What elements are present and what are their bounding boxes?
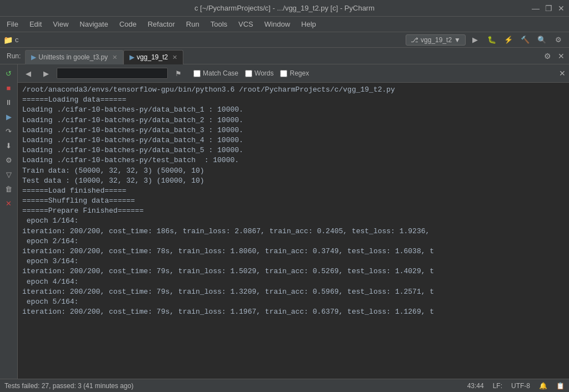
words-option[interactable]: Words (245, 69, 273, 77)
run-tab-1[interactable]: ▶ Unittests in goole_t3.py ✕ (25, 50, 123, 64)
status-left: Tests failed: 27, passed: 3 (41 minutes … (4, 382, 461, 390)
toolbar-right: ⎇ vgg_19_t2 ▼ ▶ 🐛 ⚡ 🔨 🔍 ⚙ (406, 33, 566, 47)
console-line: epoch 2/164: (22, 237, 565, 247)
pause-icon[interactable]: ⏸ (2, 96, 16, 109)
app-root: c [~/PycharmProjects/c] - .../vgg_19_t2.… (0, 0, 569, 392)
menu-item-help[interactable]: Help (297, 19, 321, 29)
menu-item-code[interactable]: Code (115, 19, 141, 29)
menu-item-vcs[interactable]: VCS (234, 19, 258, 29)
words-checkbox[interactable] (245, 70, 252, 77)
console-line: iteration: 200/200, cost_time: 79s, trai… (22, 267, 565, 277)
notifications-icon[interactable]: 🔔 (539, 382, 547, 390)
run-tab-1-close[interactable]: ✕ (112, 54, 117, 61)
run-bar: Run: ▶ Unittests in goole_t3.py ✕ ▶ vgg_… (0, 48, 569, 64)
console-line: ======Shuffling data====== (22, 196, 565, 206)
rerun-icon[interactable]: ↺ (2, 67, 16, 80)
run-toolbar-right: ⚙ ✕ (542, 51, 567, 62)
menu-item-file[interactable]: File (2, 19, 23, 29)
search-everywhere-button[interactable]: 🔍 (535, 33, 549, 47)
trash-icon[interactable]: 🗑 (2, 182, 16, 195)
console-line: epoch 5/164: (22, 297, 565, 307)
resume-icon[interactable]: ▶ (2, 110, 16, 123)
scroll-down-icon[interactable]: ⬇ (2, 139, 16, 152)
regex-option[interactable]: Regex (280, 69, 309, 77)
build-button[interactable]: 🔨 (518, 33, 532, 47)
console-line: iteration: 200/200, cost_time: 79s, trai… (22, 287, 565, 297)
menu-bar: FileEditViewNavigateCodeRefactorRunTools… (0, 17, 569, 32)
search-prev-button[interactable]: ◀ (21, 67, 36, 80)
line-ending-display: LF: (493, 382, 502, 390)
status-bar: Tests failed: 27, passed: 3 (41 minutes … (0, 379, 569, 392)
search-filter-icon[interactable]: ⚑ (171, 67, 186, 80)
project-label: 📁 c (3, 36, 19, 44)
menu-item-view[interactable]: View (48, 19, 73, 29)
console-line: epoch 3/164: (22, 257, 565, 267)
restore-button[interactable]: ❐ (545, 4, 552, 13)
console-line: Loading ./cifar-10-batches-py/test_batch… (22, 155, 565, 165)
match-case-label: Match Case (203, 69, 238, 77)
window-controls: — ❐ ✕ (532, 4, 565, 13)
encoding-display: UTF-8 (511, 382, 530, 390)
test-status-text: Tests failed: 27, passed: 3 (41 minutes … (4, 382, 133, 390)
toolbar-settings-button[interactable]: ⚙ (551, 33, 566, 47)
console-line: Test data : (10000, 32, 32, 3) (10000, 1… (22, 176, 565, 186)
console-line: /root/anaconda3/envs/tensorflow-gpu/bin/… (22, 85, 565, 95)
settings-icon[interactable]: ⚙ (2, 153, 16, 167)
title-bar: c [~/PycharmProjects/c] - .../vgg_19_t2.… (0, 0, 569, 17)
minimize-button[interactable]: — (532, 4, 540, 13)
run-button[interactable]: ▶ (468, 33, 482, 47)
run-tab-2[interactable]: ▶ vgg_19_t2 ✕ (123, 50, 183, 64)
run-tab-2-icon: ▶ (129, 53, 134, 61)
console-line: Loading ./cifar-10-batches-py/data_batch… (22, 105, 565, 115)
search-next-button[interactable]: ▶ (39, 67, 53, 80)
menu-item-run[interactable]: Run (182, 19, 204, 29)
search-input[interactable] (61, 69, 149, 77)
words-label: Words (254, 69, 273, 77)
console-line: iteration: 200/200, cost_time: 78s, trai… (22, 247, 565, 257)
match-case-checkbox[interactable] (193, 70, 201, 77)
run-label: Run: (2, 52, 25, 60)
branch-selector[interactable]: ⎇ vgg_19_t2 ▼ (406, 34, 466, 46)
run-tab-2-close[interactable]: ✕ (172, 54, 177, 61)
console-line: Train data: (50000, 32, 32, 3) (50000, 1… (22, 166, 565, 176)
console-panel: ◀ ▶ ⚑ Match Case Words (18, 64, 569, 379)
console-line: epoch 1/164: (22, 216, 565, 226)
close-button[interactable]: ✕ (558, 4, 565, 13)
console-line: Loading ./cifar-10-batches-py/data_batch… (22, 145, 565, 155)
console-line: epoch 4/164: (22, 277, 565, 287)
console-output[interactable]: /root/anaconda3/envs/tensorflow-gpu/bin/… (18, 83, 569, 379)
event-log-icon[interactable]: 📋 (556, 382, 565, 390)
console-line: ======Load finished===== (22, 186, 565, 196)
branch-dropdown-icon: ▼ (454, 36, 461, 44)
time-display: 43:44 (467, 382, 484, 390)
regex-label: Regex (290, 69, 309, 77)
menu-item-edit[interactable]: Edit (25, 19, 46, 29)
search-bar: ◀ ▶ ⚑ Match Case Words (18, 64, 569, 83)
filter-icon[interactable]: ▽ (2, 168, 16, 181)
console-line: ======Loading data====== (22, 95, 565, 105)
run-close-button[interactable]: ✕ (556, 51, 567, 62)
match-case-option[interactable]: Match Case (193, 69, 238, 77)
search-close-button[interactable]: ✕ (559, 69, 566, 78)
menu-item-navigate[interactable]: Navigate (75, 19, 112, 29)
content-area: ↺ ■ ⏸ ▶ ↷ ⬇ ⚙ ▽ 🗑 ✕ ◀ ▶ ⚑ (0, 64, 569, 379)
regex-checkbox[interactable] (280, 70, 287, 77)
console-line: iteration: 200/200, cost_time: 79s, trai… (22, 307, 565, 317)
run-settings-button[interactable]: ⚙ (542, 51, 553, 62)
run-tab-2-label: vgg_19_t2 (137, 53, 168, 61)
window-title: c [~/PycharmProjects/c] - .../vgg_19_t2.… (194, 4, 375, 12)
menu-item-window[interactable]: Window (260, 19, 295, 29)
stop-icon[interactable]: ■ (2, 81, 16, 94)
step-over-icon[interactable]: ↷ (2, 124, 16, 138)
debug-button[interactable]: 🐛 (485, 33, 499, 47)
status-right: 43:44 LF: UTF-8 🔔 📋 (467, 382, 565, 390)
coverage-button[interactable]: ⚡ (501, 33, 516, 47)
left-close-icon[interactable]: ✕ (2, 197, 16, 210)
menu-item-tools[interactable]: Tools (206, 19, 232, 29)
menu-item-refactor[interactable]: Refactor (143, 19, 179, 29)
branch-name: vgg_19_t2 (421, 36, 452, 44)
console-line: Loading ./cifar-10-batches-py/data_batch… (22, 115, 565, 125)
console-line: ======Prepare Finished====== (22, 206, 565, 216)
run-tab-1-label: Unittests in goole_t3.py (38, 53, 108, 61)
pycharm-toolbar: 📁 c ⎇ vgg_19_t2 ▼ ▶ 🐛 ⚡ 🔨 🔍 ⚙ (0, 32, 569, 48)
